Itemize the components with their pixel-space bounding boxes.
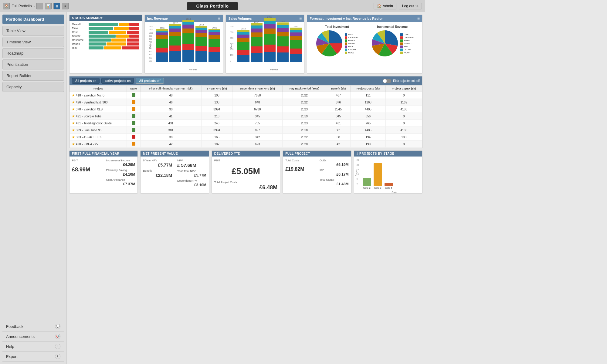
bar-segment bbox=[277, 52, 289, 62]
forecast-menu[interactable]: ≡ bbox=[417, 16, 420, 21]
all-projects-on-btn[interactable]: All projects on bbox=[72, 78, 100, 84]
x-axis-label: Periods bbox=[156, 68, 230, 71]
top-bar-left: 🏠 Full Portfolio › ☰ 📊 ▦ ≡ bbox=[3, 3, 107, 9]
bar-chart-icon[interactable]: 📊 bbox=[45, 3, 52, 9]
sidebar-item-capacity[interactable]: Capacity bbox=[2, 82, 64, 92]
table-row[interactable]: ★ 420 - EMEA 775 42 182 623 2020 42 199 … bbox=[70, 141, 422, 148]
legend-label: EMEA bbox=[348, 39, 355, 42]
table-row[interactable]: ★ 370 - Evolution XLS 30 3994 6730 2023 … bbox=[70, 106, 422, 113]
sidebar-export[interactable]: Export ⬇ bbox=[2, 352, 64, 362]
risk-toggle-switch[interactable] bbox=[383, 79, 391, 83]
table-view-icon[interactable]: ☰ bbox=[36, 3, 43, 9]
payback-cell: 2022 bbox=[283, 134, 326, 141]
list-icon[interactable]: ≡ bbox=[62, 3, 69, 9]
cost-avoid-label: Cost Avoidance bbox=[106, 178, 135, 181]
all-projects-off-btn[interactable]: All projects off bbox=[136, 78, 164, 84]
incremental-revenue-section: Incremental Revenue USACANADAEMEAASPACBR… bbox=[371, 25, 414, 58]
table-row[interactable]: ★ 418 - Evolution Micro 48 103 7658 2022… bbox=[70, 92, 422, 99]
dep-npv-cell: 7658 bbox=[232, 92, 283, 99]
sidebar-item-timeline-view[interactable]: Timeline View bbox=[2, 37, 64, 47]
benefit-label: Benefit bbox=[143, 169, 172, 172]
sidebar-item-roadmap[interactable]: Roadmap bbox=[2, 48, 64, 58]
active-projects-on-btn[interactable]: active projects on bbox=[101, 78, 134, 84]
table-row[interactable]: ★ 389 - Blue Tube 95 381 3994 897 2018 3… bbox=[70, 127, 422, 134]
benefit-cell: 381 bbox=[326, 127, 351, 134]
admin-button[interactable]: 🏠 Admin bbox=[374, 3, 396, 9]
green-bar bbox=[89, 46, 103, 49]
home-icon[interactable]: 🏠 bbox=[3, 3, 10, 9]
bar-segment bbox=[290, 40, 302, 49]
ire-label: IRE bbox=[320, 169, 349, 172]
sidebar-item-prioritization[interactable]: Prioritization bbox=[2, 59, 64, 69]
bar-segment bbox=[237, 30, 249, 32]
legend-color bbox=[345, 33, 347, 36]
yellow-bar bbox=[107, 42, 126, 46]
feedback-icon: 💬 bbox=[55, 324, 60, 329]
status-bar-row: Time bbox=[72, 27, 139, 30]
sidebar-feedback[interactable]: Feedback 💬 bbox=[2, 322, 64, 332]
state-cell bbox=[127, 92, 140, 99]
sidebar-bottom: Feedback 💬 Announcements 📢 Help ℹ Export… bbox=[2, 322, 64, 362]
inc-revenue-chart: Value12001100100090080070060050040030020… bbox=[147, 24, 221, 71]
table-row[interactable]: ★ 383 - ASPAC TT 35 38 165 342 2022 38 1… bbox=[70, 134, 422, 141]
5yr-npv-value: £5.77M bbox=[143, 163, 172, 167]
delivered-ytd-body: PBIT £5.05M Total Project Costs £6.48M bbox=[212, 157, 280, 193]
inc-revenue-menu[interactable]: ≡ bbox=[218, 16, 220, 21]
bar-segment bbox=[182, 44, 194, 50]
bar-segment bbox=[169, 46, 181, 51]
status-label: Risk bbox=[72, 46, 89, 49]
sidebar-title: Portfolio Dashboard bbox=[2, 15, 64, 24]
bar-segment bbox=[264, 24, 276, 29]
stage-bar-label: Gate 5 bbox=[385, 187, 392, 189]
table-row[interactable]: ★ 421 - Scorpio Tube 41 213 345 2019 345… bbox=[70, 113, 422, 120]
sidebar-item-report-builder[interactable]: Report Builder bbox=[2, 71, 64, 81]
legend-color bbox=[400, 36, 403, 39]
npv-title: NET PRESENT VALUE bbox=[141, 151, 209, 157]
bar-group: 2019 bbox=[277, 20, 289, 62]
yellow-bar bbox=[119, 23, 129, 26]
sidebar-item-table-view[interactable]: Table View bbox=[2, 26, 64, 36]
sidebar-help[interactable]: Help ℹ bbox=[2, 342, 64, 352]
legend-label: CANADA bbox=[348, 36, 358, 39]
dashboard-icon[interactable]: ▦ bbox=[53, 3, 60, 9]
star-icon: ★ bbox=[72, 135, 75, 139]
stage-bar-label: Gate 3 bbox=[374, 187, 381, 189]
star-icon: ★ bbox=[72, 114, 75, 118]
ir-title: Incremental Revenue bbox=[377, 25, 408, 29]
sidebar-announcements[interactable]: Announcements 📢 bbox=[2, 332, 64, 342]
bar-segment bbox=[195, 30, 207, 33]
status-bars-container bbox=[89, 42, 139, 46]
sales-volumes-menu[interactable]: ≡ bbox=[299, 16, 302, 21]
table-row[interactable]: ★ 431 - Telediagnostic Guide 431 243 765… bbox=[70, 120, 422, 127]
project-name-cell: ★ 389 - Blue Tube 95 bbox=[70, 127, 127, 134]
risk-toggle: Risk adjustment: off bbox=[383, 79, 420, 83]
logout-button[interactable]: Log out ↪ bbox=[399, 3, 422, 9]
dep-npv-label: Dependent NPV bbox=[177, 179, 206, 182]
table-row[interactable]: ★ 426 - Synstrad Ext. 360 46 133 648 202… bbox=[70, 99, 422, 106]
legend-color bbox=[400, 42, 403, 45]
status-label: Resource bbox=[72, 39, 89, 42]
portfolio-title: Glass Portfolio bbox=[187, 2, 238, 10]
legend-label: EMEA bbox=[404, 39, 411, 42]
bar-segment bbox=[169, 51, 181, 62]
help-icon: ℹ bbox=[55, 344, 60, 349]
payback-cell: 2023 bbox=[283, 120, 326, 127]
projects-by-stage-body: 2520151050Project Gate 2 Gate 3 Gate 5 G… bbox=[354, 157, 422, 192]
capex-cell: 0 bbox=[386, 141, 422, 148]
bar-segment bbox=[156, 52, 168, 62]
total-capex-value: £1.48M bbox=[320, 182, 349, 186]
star-icon: ★ bbox=[72, 107, 75, 111]
legend-color bbox=[345, 46, 347, 48]
status-label: Overall bbox=[72, 23, 89, 26]
legend-row: ASPAC bbox=[345, 42, 358, 45]
state-box bbox=[132, 114, 135, 118]
bar-segment bbox=[209, 39, 220, 47]
ire-value: £0.17M bbox=[320, 172, 349, 177]
state-box bbox=[132, 100, 135, 104]
bar-segment bbox=[277, 32, 289, 36]
ti-legend: USACANADAEMEAASPACBRICLATAMROW bbox=[345, 33, 358, 54]
dep-npv-value: £3.10M bbox=[177, 183, 206, 187]
bar-segment bbox=[182, 22, 194, 25]
bar-segment bbox=[169, 26, 181, 29]
project-table-scroll[interactable]: Project State First Full Financial Year … bbox=[70, 85, 422, 148]
